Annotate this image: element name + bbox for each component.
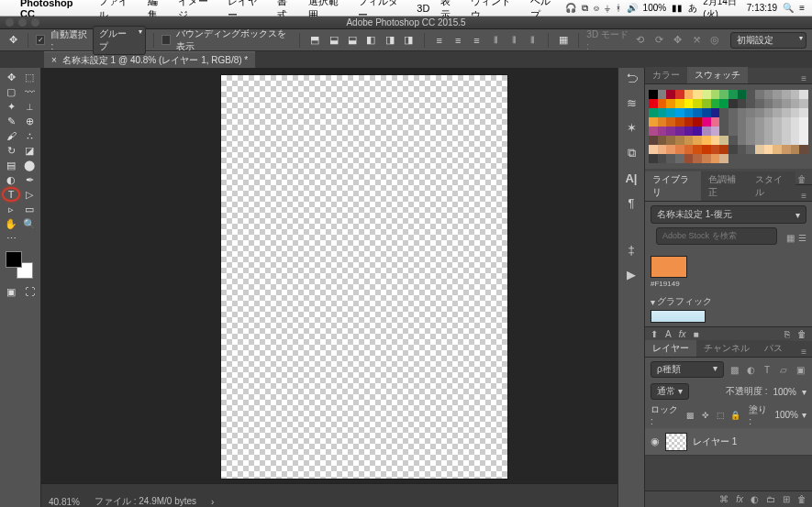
cloud-icon[interactable]: ⌾ — [594, 3, 599, 13]
swatch[interactable] — [666, 136, 675, 145]
swatch[interactable] — [649, 154, 658, 163]
swatch[interactable] — [666, 117, 675, 127]
swatch[interactable] — [782, 90, 791, 99]
swatch[interactable] — [738, 145, 747, 154]
filter-smart-icon[interactable]: ▣ — [794, 363, 806, 376]
swatch[interactable] — [746, 99, 755, 108]
swatch[interactable] — [693, 127, 702, 136]
swatch[interactable] — [799, 154, 808, 163]
swatch[interactable] — [719, 154, 729, 163]
filter-type-icon[interactable]: T — [761, 363, 773, 376]
panel-menu-icon[interactable]: ≡ — [801, 191, 806, 201]
swatch[interactable] — [755, 136, 764, 145]
swatch[interactable] — [711, 90, 720, 99]
swatch[interactable] — [658, 127, 667, 136]
character-panel-icon[interactable]: A| — [625, 171, 637, 185]
panel-menu-icon[interactable]: ≡ — [801, 347, 806, 357]
swatch[interactable] — [738, 99, 747, 108]
quickmask-icon[interactable]: ▣ — [2, 284, 20, 299]
visibility-icon[interactable]: ◉ — [651, 435, 660, 447]
brush-presets-icon[interactable]: ✶ — [627, 121, 637, 135]
lib-color-icon[interactable]: ■ — [693, 329, 698, 339]
history-brush-icon[interactable]: ↻ — [2, 143, 20, 158]
swatch[interactable] — [791, 145, 800, 154]
swatch[interactable] — [755, 154, 764, 163]
actions-panel-icon[interactable]: ‡ — [628, 243, 634, 257]
clone-source-icon[interactable]: ⧉ — [628, 146, 636, 160]
new-group-icon[interactable]: 🗀 — [766, 494, 775, 504]
tab-library[interactable]: ライブラリ — [645, 171, 701, 201]
swatch[interactable] — [791, 127, 800, 136]
swatch[interactable] — [755, 145, 764, 154]
swatch[interactable] — [799, 117, 808, 127]
shape-tool-icon[interactable]: ▭ — [20, 202, 39, 216]
fill-value[interactable]: 100% — [774, 410, 798, 420]
fgbg-colors[interactable] — [6, 251, 33, 279]
lock-pixels-icon[interactable]: ▩ — [685, 409, 696, 421]
filter-adjust-icon[interactable]: ◐ — [744, 363, 757, 376]
swatch[interactable] — [764, 136, 773, 145]
pen-tool-icon[interactable]: ✒ — [20, 172, 39, 187]
swatch[interactable] — [738, 117, 747, 127]
swatch[interactable] — [711, 127, 720, 136]
library-graphic[interactable] — [651, 310, 706, 323]
swatch[interactable] — [693, 99, 702, 108]
swatch[interactable] — [791, 99, 800, 108]
eraser-tool-icon[interactable]: ◪ — [20, 143, 39, 158]
swatch[interactable] — [755, 117, 764, 127]
swatch[interactable] — [719, 145, 729, 154]
swatch[interactable] — [649, 117, 658, 127]
lasso-tool-icon[interactable]: 〰 — [20, 84, 39, 99]
layer-mask-icon[interactable]: ◐ — [751, 494, 759, 504]
wifi-icon[interactable]: ⏚ — [605, 3, 610, 13]
move-tool-icon[interactable]: ✥ — [6, 32, 20, 49]
swatch[interactable] — [711, 136, 720, 145]
swatch[interactable] — [684, 145, 694, 154]
swatch[interactable] — [719, 90, 729, 99]
new-layer-icon[interactable]: ⊞ — [783, 494, 790, 504]
swatch[interactable] — [773, 154, 782, 163]
fg-color[interactable] — [6, 251, 22, 268]
dist-right-icon[interactable]: ⦀ — [526, 32, 540, 49]
swatch[interactable] — [755, 99, 764, 108]
lib-trash-icon[interactable]: 🗑 — [797, 329, 806, 339]
swatch[interactable] — [658, 136, 667, 145]
lock-position-icon[interactable]: ✜ — [700, 409, 711, 421]
swatch[interactable] — [729, 154, 738, 163]
swatch[interactable] — [791, 90, 800, 99]
swatch[interactable] — [675, 117, 684, 127]
canvas[interactable] — [221, 75, 507, 479]
heal-tool-icon[interactable]: ⊕ — [20, 114, 39, 128]
lock-all-icon[interactable]: 🔒 — [730, 409, 741, 421]
crop-tool-icon[interactable]: ⟂ — [20, 99, 39, 114]
swatch[interactable] — [675, 154, 684, 163]
swatch[interactable] — [755, 108, 764, 117]
swatch[interactable] — [782, 99, 791, 108]
swatch[interactable] — [702, 99, 711, 108]
swatch[interactable] — [729, 145, 738, 154]
ime-icon[interactable]: あ — [688, 2, 697, 15]
swatch[interactable] — [729, 90, 738, 99]
dist-bottom-icon[interactable]: ≡ — [469, 32, 484, 49]
swatch[interactable] — [675, 99, 684, 108]
swatch[interactable] — [693, 136, 702, 145]
wand-tool-icon[interactable]: ✦ — [2, 99, 20, 114]
trash-icon[interactable]: 🗑 — [797, 174, 806, 184]
filter-shape-icon[interactable]: ▱ — [777, 363, 790, 376]
align-top-icon[interactable]: ⬒ — [307, 32, 322, 49]
swatch[interactable] — [666, 90, 675, 99]
autoselect-dropdown[interactable]: グループ — [93, 26, 146, 55]
graphic-header[interactable]: ▾グラフィック — [651, 295, 806, 308]
swatch[interactable] — [729, 136, 738, 145]
file-info[interactable]: ファイル : 24.9M/0 bytes — [95, 495, 196, 507]
swatch[interactable] — [764, 117, 773, 127]
swatch[interactable] — [773, 99, 782, 108]
artboard-tool-icon[interactable]: ⬚ — [20, 70, 39, 84]
swatch[interactable] — [675, 136, 684, 145]
layer-thumbnail[interactable] — [665, 433, 687, 451]
traffic-lights[interactable] — [6, 18, 39, 27]
swatch[interactable] — [729, 108, 738, 117]
lib-char-icon[interactable]: A — [665, 329, 672, 339]
swatch[interactable] — [764, 108, 773, 117]
history-panel-icon[interactable]: ⮌ — [626, 72, 638, 85]
